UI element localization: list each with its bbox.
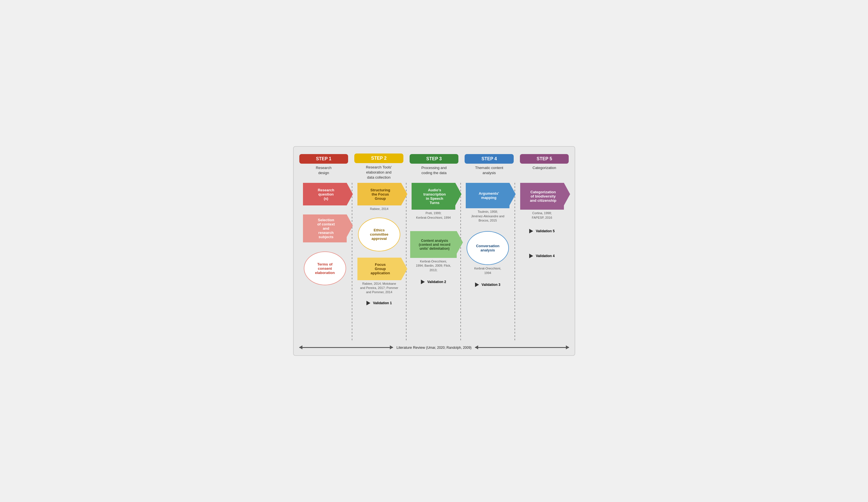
main-content: Researchquestion(s) Selectionof contexta… xyxy=(299,183,569,341)
content-analysis-label: Content analysis(context and recordunits… xyxy=(419,239,451,250)
step2-subtitle: Research Tools'elaboration anddata colle… xyxy=(366,165,392,180)
focus-group-application-block: FocusGroupapplication Rabiee, 2014; Moto… xyxy=(358,258,401,295)
focus-group-structure-block: Structuringthe FocusGroup Rabiee, 2014 xyxy=(358,183,401,211)
steps-row: STEP 1 Researchdesign STEP 2 Research To… xyxy=(299,154,569,180)
ethics-committee-label: Ethicscommitteeapproval xyxy=(370,228,389,241)
literature-review-text: Literature Review xyxy=(396,345,425,350)
conversation-analysis-block: Conversationanalysis Kerbrat-Orecchioni,… xyxy=(467,231,509,275)
step4-col-header: STEP 4 Thematic contentanalysis xyxy=(465,154,514,180)
step1-subtitle: Researchdesign xyxy=(316,165,331,180)
categorization-arrow: Categorizationof biodiversityand citizen… xyxy=(520,183,564,210)
step2-badge: STEP 2 xyxy=(354,154,403,163)
validation4-arrow-icon xyxy=(529,254,533,258)
selection-context-arrow: Selectionof contextandresearchsubjects xyxy=(303,214,347,243)
audio-transcription-arrow: Audio'stranscriptionin SpeechTurns xyxy=(412,183,455,210)
conversation-analysis-label: Conversationanalysis xyxy=(476,244,499,252)
validation3-label: Validation 3 xyxy=(482,283,500,287)
step3-col-header: STEP 3 Processing andcoding the data xyxy=(410,154,459,180)
audio-transcription-label: Audio'stranscriptionin SpeechTurns xyxy=(423,188,446,205)
selection-context-block: Selectionof contextandresearchsubjects xyxy=(303,214,347,243)
content-analysis-arrow: Content analysis(context and recordunits… xyxy=(410,231,457,258)
step3-badge: STEP 3 xyxy=(410,154,459,164)
arguments-mapping-label: Arguments'mapping xyxy=(479,191,499,200)
validation2-label: Validation 2 xyxy=(427,280,446,284)
validation3-row: Validation 3 xyxy=(475,283,500,287)
focus-group-application-arrow: FocusGroupapplication xyxy=(358,258,401,280)
step2-col-header: STEP 2 Research Tools'elaboration anddat… xyxy=(354,154,403,180)
validation5-label: Validation 5 xyxy=(536,229,555,233)
categorization-block: Categorizationof biodiversityand citizen… xyxy=(520,183,564,220)
arguments-mapping-arrow: Arguments'mapping xyxy=(466,183,509,208)
validation4-row: Validation 4 xyxy=(529,254,555,258)
literature-review-label: Literature Review (Umar, 2020; Randolph,… xyxy=(393,345,475,350)
step5-content: Categorizationof biodiversityand citizen… xyxy=(515,183,569,258)
content-analysis-citation: Kerbrat-Orecchioni,1994; Bardin, 2009; F… xyxy=(416,259,451,272)
research-question-block: Researchquestion(s) xyxy=(303,183,347,205)
validation1-label: Validation 1 xyxy=(373,301,392,305)
conversation-analysis-citation: Kerbrat-Orecchioni,1994 xyxy=(474,266,501,275)
ethics-committee-block: Ethicscommitteeapproval xyxy=(358,217,400,252)
content-analysis-block: Content analysis(context and recordunits… xyxy=(410,231,457,272)
focus-group-application-citation: Rabiee, 2014; Motokaneand Pereira, 2017;… xyxy=(360,281,398,295)
arguments-mapping-citation: Toulmin, 1958;Jiménez-Aleixandre andBroc… xyxy=(471,210,504,223)
focus-group-structure-label: Structuringthe FocusGroup xyxy=(370,188,390,201)
bottom-line-left xyxy=(299,347,393,348)
audio-transcription-citation: Preti, 1999;Kerbrat-Orecchioni, 1994 xyxy=(416,211,451,220)
validation2-arrow-icon xyxy=(421,280,425,284)
validation1-row: Validation 1 xyxy=(366,301,392,305)
step4-content: Arguments'mapping Toulmin, 1958;Jiménez-… xyxy=(461,183,515,287)
bottom-line-right xyxy=(475,347,569,348)
focus-group-application-label: FocusGroupapplication xyxy=(371,263,390,275)
validation3-arrow-icon xyxy=(475,283,479,287)
selection-context-label: Selectionof contextandresearchsubjects xyxy=(317,218,335,239)
focus-group-structure-citation: Rabiee, 2014 xyxy=(370,207,388,211)
terms-consent-block: Terms of consent elaboration xyxy=(304,252,346,285)
terms-consent-label: Terms of consent elaboration xyxy=(315,262,335,275)
ethics-committee-oval: Ethicscommitteeapproval xyxy=(358,217,400,252)
step5-subtitle: Categorization xyxy=(533,165,556,180)
literature-review-citation: (Umar, 2020; Randolph, 2009) xyxy=(426,346,472,350)
research-question-arrow: Researchquestion(s) xyxy=(303,183,347,205)
validation2-row: Validation 2 xyxy=(421,280,446,284)
validation5-arrow-icon xyxy=(529,229,533,233)
validation5-row: Validation 5 xyxy=(529,229,555,233)
step5-col-header: STEP 5 Categorization xyxy=(520,154,569,180)
categorization-label: Categorizationof biodiversityand citizen… xyxy=(530,190,556,203)
research-question-label: Researchquestion(s) xyxy=(318,188,334,201)
validation4-label: Validation 4 xyxy=(536,254,555,258)
step3-content: Audio'stranscriptionin SpeechTurns Preti… xyxy=(406,183,460,284)
step1-content: Researchquestion(s) Selectionof contexta… xyxy=(299,183,352,285)
arguments-mapping-block: Arguments'mapping Toulmin, 1958;Jiménez-… xyxy=(466,183,509,223)
diagram-container: STEP 1 Researchdesign STEP 2 Research To… xyxy=(293,146,575,356)
literature-review-row: Literature Review (Umar, 2020; Randolph,… xyxy=(299,345,569,350)
step1-col-header: STEP 1 Researchdesign xyxy=(299,154,348,180)
focus-group-structure-arrow: Structuringthe FocusGroup xyxy=(358,183,401,205)
step4-subtitle: Thematic contentanalysis xyxy=(475,165,503,180)
step4-badge: STEP 4 xyxy=(465,154,514,164)
step1-badge: STEP 1 xyxy=(299,154,348,164)
conversation-analysis-oval: Conversationanalysis xyxy=(467,231,509,265)
step5-badge: STEP 5 xyxy=(520,154,569,164)
terms-consent-oval: Terms of consent elaboration xyxy=(304,252,346,285)
step2-content: Structuringthe FocusGroup Rabiee, 2014 E… xyxy=(352,183,406,305)
validation1-arrow-icon xyxy=(366,301,370,305)
audio-transcription-block: Audio'stranscriptionin SpeechTurns Preti… xyxy=(412,183,455,220)
categorization-citation: Cortina, 1998;FAPESP, 2016 xyxy=(532,211,552,220)
step3-subtitle: Processing andcoding the data xyxy=(422,165,447,180)
